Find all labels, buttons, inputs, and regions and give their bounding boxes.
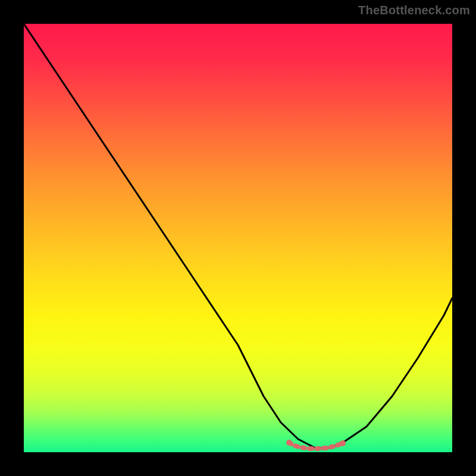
optimal-band-marker: [289, 443, 343, 449]
optimal-band-start-dot: [286, 440, 292, 446]
curve-layer: [24, 24, 452, 452]
plot-area: [24, 24, 452, 452]
optimal-band-end-dot: [340, 440, 346, 446]
chart-frame: TheBottleneck.com: [0, 0, 476, 476]
bottleneck-curve: [24, 24, 452, 448]
watermark-text: TheBottleneck.com: [358, 4, 470, 17]
